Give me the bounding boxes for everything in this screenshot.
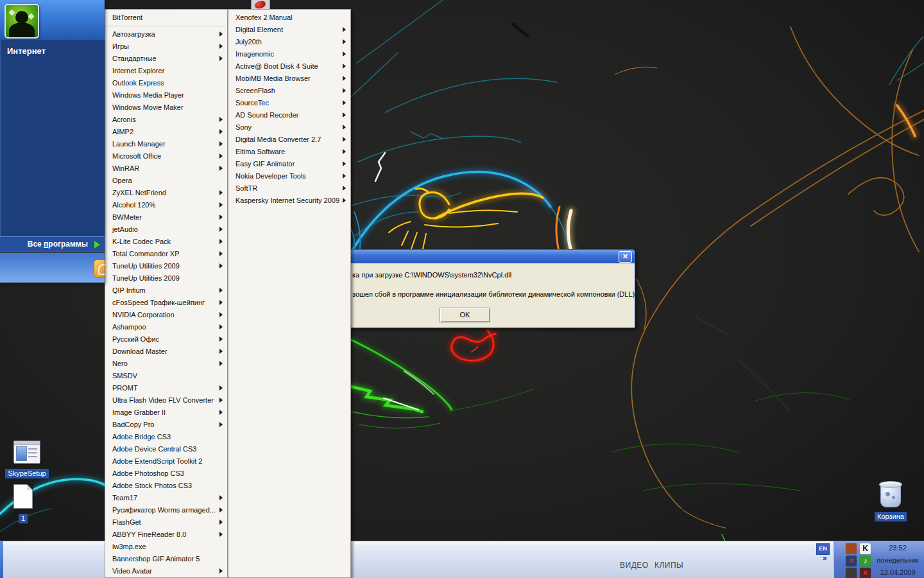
menu-item[interactable]: SourceTec (228, 97, 350, 109)
desktop-icon-skypesetup[interactable]: SkypeSetup (0, 441, 54, 478)
menu-item[interactable]: Easy GIF Animator (228, 158, 350, 170)
menu-item[interactable]: Автозагрузка (105, 28, 227, 40)
taskbar-toolbar-clips[interactable]: КЛИПЫ (654, 561, 683, 570)
menu-item[interactable]: FlashGet (105, 516, 227, 529)
menu-item[interactable]: Русский Офис (105, 333, 227, 346)
menu-item[interactable]: Launch Manager (105, 138, 227, 150)
menu-item[interactable]: NVIDIA Corporation (105, 309, 227, 321)
user-avatar[interactable] (4, 4, 39, 39)
submenu-arrow-icon (219, 410, 223, 415)
menu-item[interactable]: Adobe Photoshop CS3 (105, 468, 227, 480)
menu-item[interactable]: Acronis (105, 114, 227, 126)
menu-item[interactable]: Image Grabber II (105, 407, 227, 419)
menu-item[interactable]: Team17 (105, 492, 227, 504)
menu-item[interactable]: Digital Media Converter 2.7 (228, 134, 350, 146)
menu-item[interactable]: TuneUp Utilities 2009 (105, 272, 227, 285)
menu-item[interactable]: Download Master (105, 346, 227, 358)
menu-item[interactable]: Opera (105, 175, 227, 187)
menu-item[interactable]: cFosSpeed Трафик-шейпинг (105, 297, 227, 309)
menu-item[interactable]: Outlook Express (105, 77, 227, 89)
menu-item[interactable]: iw3mp.exe (105, 541, 227, 553)
menu-item[interactable]: Sony (228, 121, 350, 134)
ok-button[interactable]: OK (440, 308, 490, 322)
menu-item[interactable]: Русификатор Worms armaged... (105, 504, 227, 516)
menu-item[interactable]: Adobe ExtendScript Toolkit 2 (105, 455, 227, 468)
desktop-icon-file-1[interactable]: 1 (5, 484, 41, 523)
menu-item[interactable]: Kaspersky Internet Security 2009 (228, 195, 350, 207)
menu-item[interactable]: BitTorrent (105, 12, 227, 24)
menu-item[interactable]: SoftTR (228, 182, 350, 195)
menu-item[interactable]: jetAudio (105, 223, 227, 236)
menu-item[interactable]: Internet Explorer (105, 65, 227, 77)
menu-item[interactable]: Nokia Developer Tools (228, 170, 350, 182)
menu-item-label: Opera (112, 177, 132, 184)
menu-item[interactable]: July20th (228, 36, 350, 48)
menu-item[interactable]: Ashampoo (105, 321, 227, 333)
device-disabled-icon[interactable]: × (860, 568, 871, 578)
network-disconnected-icon[interactable]: × (846, 556, 857, 566)
toolbar-chevron-icon[interactable]: » (823, 554, 827, 563)
menu-item[interactable]: MobiMB Media Browser (228, 73, 350, 85)
menu-item-label: Русский Офис (112, 335, 159, 343)
menu-item[interactable]: SMSDV (105, 370, 227, 382)
menu-item[interactable]: WinRAR (105, 162, 227, 175)
menu-item-label: jetAudio (112, 225, 138, 233)
taskbar-toolbar-video[interactable]: ВИДЕО (620, 561, 649, 570)
menu-item[interactable]: Digital Element (228, 24, 350, 36)
menu-item[interactable]: Windows Media Player (105, 89, 227, 101)
menu-item-label: ABBYY FineReader 8.0 (112, 530, 186, 538)
menu-item[interactable]: Active@ Boot Disk 4 Suite (228, 60, 350, 73)
log-off-icon[interactable] (94, 259, 105, 277)
menu-item-label: Alcohol 120% (112, 201, 155, 209)
menu-item[interactable]: Adobe Stock Photos CS3 (105, 480, 227, 492)
menu-item[interactable]: Total Commander XP (105, 248, 227, 260)
menu-item-label: Автозагрузка (112, 30, 155, 38)
menu-item[interactable]: Ultra Flash Video FLV Converter (105, 394, 227, 407)
all-programs-button[interactable]: Все программы (0, 236, 105, 252)
menu-item-label: July20th (235, 38, 262, 46)
menu-item[interactable]: BadCopy Pro (105, 419, 227, 431)
desktop-icon-label: Корзина (875, 512, 907, 521)
menu-item[interactable]: Xenofex 2 Manual (228, 12, 350, 24)
red-app-glyph (254, 0, 266, 9)
menu-item[interactable]: Imagenomic (228, 48, 350, 60)
menu-item[interactable]: Adobe Bridge CS3 (105, 431, 227, 443)
menu-item[interactable]: Adobe Device Central CS3 (105, 443, 227, 455)
menu-item[interactable]: BWMeter (105, 211, 227, 223)
menu-item[interactable]: QIP Infium (105, 285, 227, 297)
kaspersky-icon[interactable]: K (860, 543, 871, 554)
menu-item-label: WinRAR (112, 164, 139, 172)
menu-item[interactable]: Nero (105, 358, 227, 370)
menu-item[interactable]: AIMP2 (105, 126, 227, 138)
menu-item-label: Total Commander XP (112, 250, 180, 258)
menu-item[interactable]: Игры (105, 40, 227, 53)
menu-item[interactable]: K-Lite Codec Pack (105, 236, 227, 248)
menu-item-label: Adobe ExtendScript Toolkit 2 (112, 457, 202, 465)
menu-item[interactable]: ZyXEL NetFriend (105, 187, 227, 199)
menu-item-label: Стандартные (112, 55, 157, 62)
menu-item[interactable]: Video Avatar (105, 565, 227, 577)
close-icon[interactable]: ✕ (619, 251, 632, 263)
media-player-icon[interactable]: ♪ (860, 556, 871, 566)
menu-item[interactable]: Alcohol 120% (105, 199, 227, 211)
submenu-arrow-icon (343, 76, 346, 81)
start-menu-item-internet[interactable]: Интернет (7, 46, 46, 56)
menu-item[interactable]: AD Sound Recorder (228, 109, 350, 121)
menu-item[interactable]: TuneUp Utilities 2009 (105, 260, 227, 272)
menu-item[interactable]: Microsoft Office (105, 150, 227, 162)
menu-item[interactable]: Windows Movie Maker (105, 101, 227, 114)
pet-agent-icon[interactable] (846, 543, 857, 554)
desktop-icon-recycle-bin[interactable]: Корзина (866, 483, 915, 521)
menu-item[interactable]: Eltima Software (228, 146, 350, 158)
taskbar-clock[interactable]: 23:52 понедельник 13.04.2009 (872, 542, 923, 578)
menu-item[interactable]: ScreenFlash (228, 85, 350, 97)
power-plug-icon[interactable] (846, 568, 857, 578)
menu-item-label: ScreenFlash (235, 87, 275, 94)
start-button-edge[interactable] (0, 541, 3, 578)
menu-item-label: TuneUp Utilities 2009 (112, 262, 180, 270)
menu-item-label: Eltima Software (235, 148, 285, 155)
menu-item[interactable]: Стандартные (105, 53, 227, 65)
menu-item[interactable]: Bannershop GIF Animator 5 (105, 553, 227, 565)
menu-item[interactable]: PROMT (105, 382, 227, 394)
menu-item[interactable]: ABBYY FineReader 8.0 (105, 529, 227, 541)
